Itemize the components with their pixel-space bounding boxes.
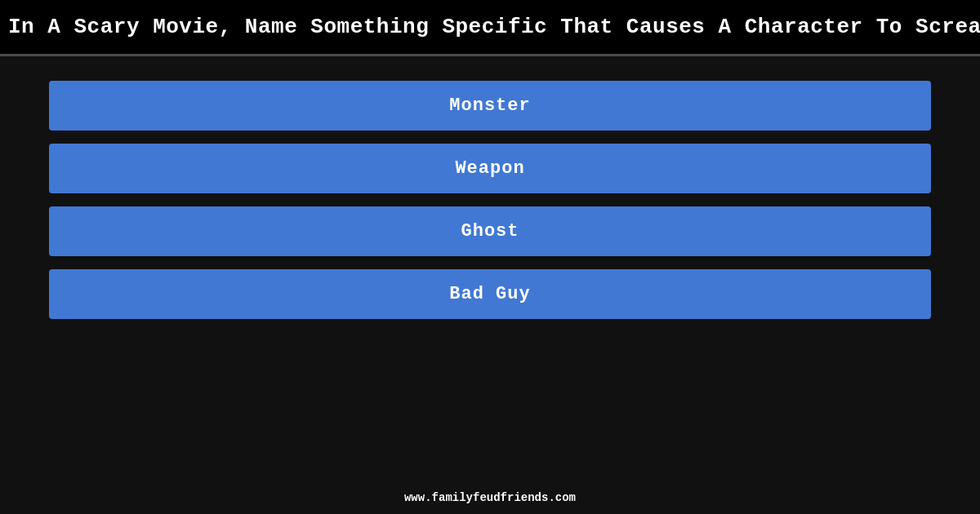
answer-label-1: Monster <box>449 95 530 116</box>
answers-container: MonsterWeaponGhostBad Guy <box>0 56 980 481</box>
answer-button-1[interactable]: Monster <box>49 81 931 131</box>
answer-button-3[interactable]: Ghost <box>49 206 931 256</box>
answer-label-3: Ghost <box>461 221 519 241</box>
answer-button-2[interactable]: Weapon <box>49 144 931 193</box>
answer-label-2: Weapon <box>455 158 524 179</box>
answer-button-4[interactable]: Bad Guy <box>49 269 931 319</box>
footer-url: www.familyfeudfriends.com <box>404 491 576 504</box>
answer-label-4: Bad Guy <box>449 284 530 304</box>
question-text: In A Scary Movie, Name Something Specifi… <box>8 15 980 39</box>
question-header: In A Scary Movie, Name Something Specifi… <box>0 0 980 56</box>
footer: www.familyfeudfriends.com <box>0 481 980 514</box>
